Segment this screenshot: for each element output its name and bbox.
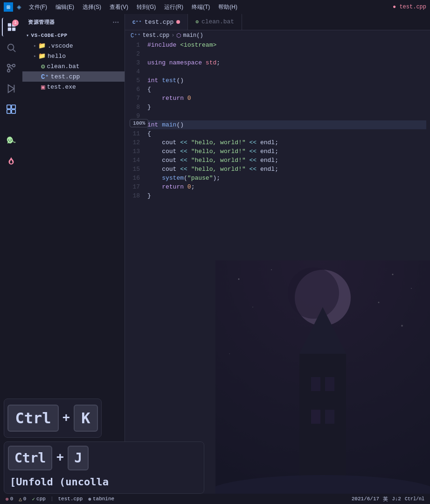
breadcrumb-file: C⁺⁺ bbox=[131, 32, 141, 39]
activity-icon-explorer[interactable]: 1 bbox=[2, 18, 21, 36]
status-zoom[interactable]: J↓2 bbox=[390, 494, 403, 504]
activity-icon-wechat[interactable] bbox=[2, 132, 21, 150]
language-label: ✓ bbox=[32, 496, 35, 502]
code-line-3: using namespace std; bbox=[147, 58, 426, 67]
code-line-6: { bbox=[147, 85, 426, 94]
tree-label-vscode: .vscode bbox=[48, 42, 73, 49]
status-ctrl[interactable]: Ctrl/nl bbox=[403, 494, 426, 504]
svg-rect-2 bbox=[8, 28, 11, 31]
line-number-6: 6 bbox=[125, 85, 140, 94]
tab-testcpp[interactable]: C⁺⁺ test.cpp bbox=[125, 14, 188, 30]
status-warnings[interactable]: △ 0 bbox=[17, 494, 28, 504]
code-line-12: cout << "hello, world!" << endl; bbox=[147, 138, 426, 147]
activity-bar: 1 bbox=[0, 14, 22, 494]
line-number-1: 1 bbox=[125, 41, 140, 49]
activity-icon-active[interactable] bbox=[2, 100, 21, 119]
line-number-3: 3 bbox=[125, 58, 140, 67]
menu-edit[interactable]: 编辑(E) bbox=[52, 2, 78, 12]
warning-count: 0 bbox=[23, 496, 27, 502]
activity-icon-flame[interactable] bbox=[2, 152, 21, 171]
activity-icon-copy[interactable] bbox=[2, 471, 21, 490]
svg-marker-12 bbox=[8, 85, 14, 93]
svg-rect-0 bbox=[8, 23, 11, 27]
code-line-1: #include <iostream> bbox=[147, 41, 426, 49]
status-sep-1: | bbox=[50, 496, 54, 502]
titlebar: ⊞ ◈ 文件(F) 编辑(E) 选择(S) 查看(V) 转到(G) 运行(R) … bbox=[0, 0, 430, 14]
status-bar-right: 2021/6/17 英 J↓2 Ctrl/nl bbox=[350, 494, 426, 504]
svg-rect-14 bbox=[7, 105, 11, 109]
vscode-icon: ◈ bbox=[17, 2, 21, 12]
code-line-10: int main() bbox=[147, 120, 426, 129]
editor-section: C⁺⁺ test.cpp ⚙ clean.bat C⁺⁺ test.cpp › … bbox=[125, 14, 430, 494]
code-line-11: { bbox=[147, 129, 426, 138]
tab-label-testcpp: test.cpp bbox=[145, 19, 173, 26]
menu-view[interactable]: 查看(V) bbox=[106, 2, 132, 12]
line-number-17: 17 bbox=[125, 182, 140, 191]
tree-item-hello[interactable]: ▸ 📁 hello bbox=[22, 51, 125, 61]
bat-icon: ⚙ bbox=[41, 63, 45, 70]
line-number-13: 13 bbox=[125, 147, 140, 156]
svg-rect-16 bbox=[7, 110, 11, 113]
zoom-label: J↓2 bbox=[392, 496, 401, 502]
tree-item-testcpp[interactable]: C⁺ test.cpp bbox=[22, 71, 125, 82]
svg-point-6 bbox=[7, 64, 10, 67]
line-number-12: 12 bbox=[125, 138, 140, 147]
dirty-tab-indicator: ● test.cpp bbox=[393, 4, 426, 10]
menu-bar: 文件(F) 编辑(E) 选择(S) 查看(V) 转到(G) 运行(R) 终端(T… bbox=[25, 2, 241, 12]
cpp-icon: C⁺ bbox=[41, 73, 49, 81]
status-language[interactable]: ✓ cpp bbox=[30, 494, 47, 504]
line-number-16: 16 bbox=[125, 174, 140, 182]
line-number-5: 5 bbox=[125, 76, 140, 85]
tree-item-testexe[interactable]: ▣ test.exe bbox=[22, 82, 125, 92]
tree-label-testcpp: test.cpp bbox=[51, 73, 80, 80]
status-encoding[interactable]: 英 bbox=[381, 494, 390, 504]
tree-item-vscode[interactable]: ▸ 📁 .vscode bbox=[22, 41, 125, 51]
tree-label-hello: hello bbox=[48, 53, 66, 60]
svg-line-11 bbox=[10, 67, 13, 70]
status-filename[interactable]: test.cpp bbox=[56, 494, 85, 504]
editor-area: 123456789101112131415161718 #include <io… bbox=[125, 41, 430, 494]
breadcrumb-filename[interactable]: test.cpp bbox=[143, 32, 170, 39]
warning-icon: △ bbox=[19, 496, 22, 502]
encoding-label: 英 bbox=[383, 496, 388, 503]
error-icon: ⊗ bbox=[6, 496, 9, 502]
folder-icon: 📁 bbox=[38, 42, 46, 49]
activity-icon-scm[interactable] bbox=[2, 59, 21, 77]
menu-select[interactable]: 选择(S) bbox=[79, 2, 105, 12]
explorer-badge: 1 bbox=[12, 20, 19, 26]
windows-start-button[interactable]: ⊞ bbox=[4, 2, 13, 12]
activity-icon-run[interactable] bbox=[2, 79, 21, 98]
sidebar-new-file-icon[interactable]: ⋯ bbox=[112, 19, 119, 26]
tree-label-cleanbat: clean.bat bbox=[47, 63, 79, 70]
tab-cleanbat[interactable]: ⚙ clean.bat bbox=[188, 14, 242, 30]
sidebar: 资源管理器 ⋯ ▾ VS-CODE-CPP ▸ 📁 .vscode ▸ 📁 he… bbox=[22, 14, 125, 494]
line-number-11: 11 bbox=[125, 129, 140, 138]
status-date[interactable]: 2021/6/17 bbox=[350, 494, 381, 504]
menu-run[interactable]: 运行(R) bbox=[160, 2, 187, 12]
svg-point-4 bbox=[8, 44, 14, 50]
menu-help[interactable]: 帮助(H) bbox=[215, 2, 241, 12]
tree-project-root[interactable]: ▾ VS-CODE-CPP bbox=[22, 30, 125, 41]
main-layout: 1 资源管理器 ⋯ bbox=[0, 14, 430, 494]
tab-dirty-dot bbox=[176, 20, 180, 24]
code-line-5: int test() bbox=[147, 76, 426, 85]
status-errors[interactable]: ⊗ 0 bbox=[4, 494, 15, 504]
sidebar-header-icons: ⋯ bbox=[112, 19, 119, 26]
tree-item-cleanbat[interactable]: ⚙ clean.bat bbox=[22, 61, 125, 71]
menu-terminal[interactable]: 终端(T) bbox=[188, 2, 214, 12]
line-numbers: 123456789101112131415161718 bbox=[125, 41, 144, 494]
editor-content: 123456789101112131415161718 #include <io… bbox=[125, 41, 430, 494]
sidebar-title: 资源管理器 bbox=[28, 19, 55, 26]
code-line-4 bbox=[147, 67, 426, 76]
activity-icon-search[interactable] bbox=[2, 38, 21, 57]
breadcrumb-symbol[interactable]: main() bbox=[183, 32, 203, 39]
menu-file[interactable]: 文件(F) bbox=[25, 2, 51, 12]
code-area[interactable]: #include <iostream> using namespace std;… bbox=[144, 41, 430, 494]
language-name: cpp bbox=[36, 496, 46, 502]
code-line-9 bbox=[147, 112, 426, 120]
svg-rect-18 bbox=[10, 479, 15, 485]
tree-label-testexe: test.exe bbox=[47, 84, 76, 91]
code-line-7: return 0 bbox=[147, 94, 426, 103]
status-tabnine[interactable]: ⊛ tabnine bbox=[86, 494, 116, 504]
menu-goto[interactable]: 转到(G) bbox=[133, 2, 160, 12]
